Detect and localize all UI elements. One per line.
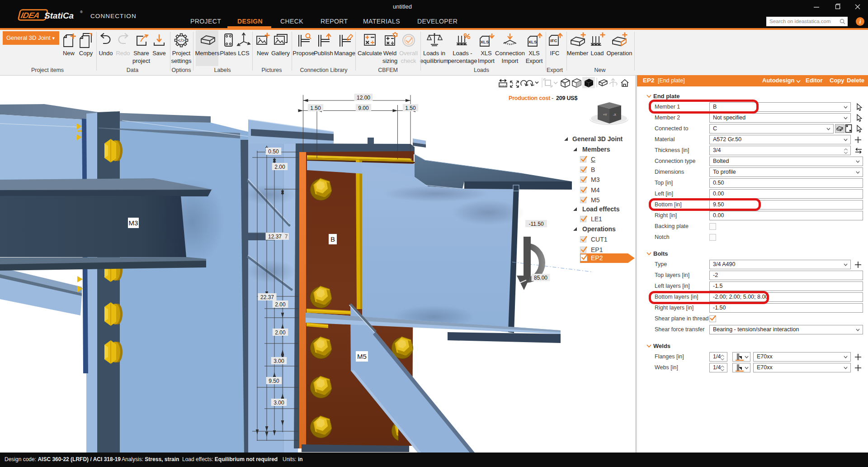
svg-text:2.00: 2.00: [275, 329, 286, 336]
svg-text:+Y: +Y: [603, 113, 607, 116]
svg-text:M5: M5: [357, 353, 367, 360]
svg-text:2.00: 2.00: [275, 301, 286, 308]
svg-text:209 US$: 209 US$: [556, 95, 577, 101]
svg-text:1.50: 1.50: [405, 105, 416, 111]
svg-text:85.00: 85.00: [534, 275, 547, 281]
svg-text:22.37: 22.37: [260, 294, 274, 300]
svg-text:9.00: 9.00: [358, 105, 369, 111]
svg-text:9.50: 9.50: [269, 378, 279, 384]
svg-text:12.37: 12.37: [268, 234, 282, 240]
svg-text:1.50: 1.50: [310, 105, 321, 111]
svg-text:Production cost: Production cost: [509, 95, 551, 101]
svg-text:3.00: 3.00: [274, 400, 284, 406]
svg-text:XLS: XLS: [528, 39, 536, 44]
svg-text:0.50: 0.50: [268, 148, 279, 155]
svg-text:M3: M3: [129, 219, 138, 227]
svg-text:IFC: IFC: [550, 38, 557, 43]
svg-text:7: 7: [285, 234, 288, 240]
svg-text:StatiCa: StatiCa: [44, 11, 74, 20]
svg-text:-11.50: -11.50: [528, 221, 543, 227]
svg-text:3.00: 3.00: [274, 358, 284, 364]
svg-text:2.00: 2.00: [274, 164, 285, 170]
svg-text:</>: </>: [178, 38, 185, 43]
svg-text:-X: -X: [613, 113, 616, 116]
svg-text:-: -: [552, 95, 553, 101]
svg-text:XLS: XLS: [480, 39, 488, 44]
svg-text:IDEA: IDEA: [20, 11, 40, 20]
svg-text:®: ®: [80, 10, 83, 14]
svg-text:B: B: [330, 235, 335, 243]
svg-text:12.00: 12.00: [357, 95, 370, 101]
